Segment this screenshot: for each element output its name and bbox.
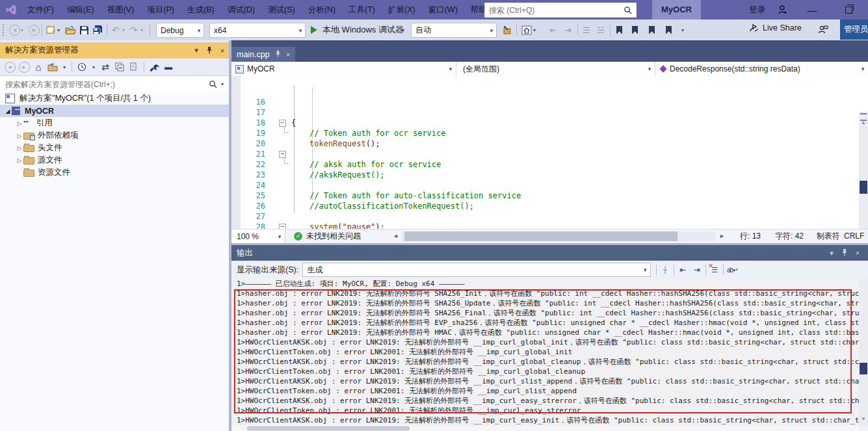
minimize-button[interactable]: —	[801, 0, 823, 20]
code-line[interactable]: 18 − tokenRequest();	[231, 97, 868, 107]
nav-scope-dropdown[interactable]: (全局范围)▾	[456, 62, 655, 76]
home-icon[interactable]: ⌂	[33, 61, 44, 73]
code-line[interactable]: 28 − }	[231, 201, 868, 211]
start-debugging-button[interactable]: 本地 Windows 调试器	[322, 23, 404, 36]
expander-collapsed-icon[interactable]: ▷	[16, 133, 23, 139]
solution-scope-dropdown[interactable]: ▾	[533, 23, 536, 36]
live-share-button[interactable]: Live Share	[749, 23, 802, 33]
code-line[interactable]: 17 − // Token auth for ocr service	[231, 86, 868, 97]
code-line[interactable]: 27 − return 0;	[231, 190, 868, 201]
code-line[interactable]: 16 − {	[231, 76, 868, 86]
tab-pin-icon[interactable]	[275, 50, 281, 59]
auto-dropdown[interactable]: 自动▾	[411, 23, 497, 38]
menu-item[interactable]: 窗口(W)	[422, 0, 464, 20]
scroll-right-icon[interactable]: ►	[719, 233, 725, 239]
document-health-indicator[interactable]: ✓ 未找到相关问题	[294, 229, 361, 243]
comment-icon[interactable]: ☰	[583, 23, 590, 36]
restore-button[interactable]	[837, 0, 860, 20]
undo-button[interactable]: ↶	[112, 23, 120, 36]
menu-item[interactable]: 测试(S)	[261, 0, 302, 20]
clear-bookmarks-button[interactable]	[666, 23, 672, 36]
next-message-icon[interactable]: ⇥	[690, 263, 704, 276]
switch-views-icon[interactable]	[47, 61, 59, 73]
tree-item[interactable]: ▷ 引用	[0, 117, 229, 129]
scroll-up-icon[interactable]: ▲	[859, 120, 868, 125]
outline-collapse-box[interactable]: −	[279, 151, 286, 158]
next-bookmark-button[interactable]	[649, 23, 655, 36]
scrollbar-thumb[interactable]	[860, 181, 867, 194]
uncomment-icon[interactable]: ☱	[597, 23, 605, 36]
collapse-all-icon[interactable]	[114, 61, 125, 73]
indent-decrease-icon[interactable]: ⇤	[549, 23, 557, 36]
scrollbar-thumb[interactable]	[404, 231, 677, 241]
expander-expanded-icon[interactable]: ◢	[4, 108, 12, 114]
code-line[interactable]: 22 −	[231, 138, 868, 149]
admin-badge[interactable]: 管理员	[840, 20, 868, 40]
indent-increase-icon[interactable]: ⇥	[564, 23, 572, 36]
expander-collapsed-icon[interactable]: ▷	[16, 157, 23, 164]
attach-to-process-icon[interactable]	[502, 23, 512, 36]
output-header[interactable]: 输出 ▾ ×	[231, 245, 868, 261]
previous-message-icon[interactable]: ⇤	[676, 263, 690, 276]
menu-item[interactable]: 生成(B)	[181, 0, 221, 20]
solution-scope-icon[interactable]	[521, 23, 532, 36]
menu-item[interactable]: 文件(F)	[21, 0, 60, 20]
show-all-files-icon[interactable]	[128, 61, 140, 73]
code-line[interactable]: 21 − //akskRequest();	[231, 128, 868, 138]
previous-bookmark-button[interactable]	[632, 23, 638, 36]
tree-item-project[interactable]: ◢ MyOCR	[0, 105, 229, 117]
menu-item[interactable]: 项目(P)	[140, 0, 181, 20]
tree-item[interactable]: ▷ 源文件	[0, 154, 229, 166]
menu-item[interactable]: 扩展(X)	[382, 0, 422, 20]
nav-project-dropdown[interactable]: MyOCR▾	[231, 62, 456, 76]
pin-icon[interactable]	[203, 46, 216, 55]
feedback-icon[interactable]	[818, 23, 828, 36]
word-wrap-icon[interactable]: ab↵	[725, 263, 739, 276]
navigate-back-button[interactable]: ◄	[9, 23, 20, 36]
code-line[interactable]: 29 −	[231, 211, 868, 222]
solution-explorer-search-input[interactable]	[0, 80, 209, 89]
tree-item[interactable]: ▷ 头文件	[0, 142, 229, 154]
tab-close-icon[interactable]: ×	[286, 51, 290, 59]
new-project-dropdown[interactable]: ▾	[57, 23, 60, 36]
pending-changes-filter-icon[interactable]	[76, 61, 88, 73]
outline-collapse-box[interactable]: −	[279, 120, 286, 127]
menu-item[interactable]: 编辑(E)	[60, 0, 101, 20]
preview-selected-icon[interactable]: ▬	[163, 61, 174, 73]
window-position-dropdown-icon[interactable]: ▾	[190, 46, 203, 55]
menu-item[interactable]: 视图(V)	[101, 0, 141, 20]
solution-explorer-header[interactable]: 解决方案资源管理器 ▾ ×	[0, 42, 229, 59]
new-project-button[interactable]	[46, 23, 56, 36]
open-file-button[interactable]	[65, 23, 76, 36]
switch-views-dropdown[interactable]: ▾	[61, 61, 68, 73]
output-text-area[interactable]: 1>—————— 已启动生成: 项目: MyOCR, 配置: Debug x64…	[231, 279, 859, 426]
search-options-dropdown[interactable]: ▾	[221, 81, 229, 87]
scrollbar-thumb[interactable]	[247, 426, 410, 430]
close-icon[interactable]: ×	[216, 47, 229, 55]
code-editor[interactable]: 16 − { 17 − // Token auth for ocr servic…	[231, 76, 868, 229]
code-line[interactable]: 24 − //autoClassificationTokenRequest();	[231, 159, 868, 170]
undo-dropdown[interactable]: ▾	[122, 23, 125, 36]
tab-main-cpp[interactable]: main.cpp ×	[231, 47, 295, 62]
code-line[interactable]: 19 −	[231, 107, 868, 118]
properties-wrench-icon[interactable]	[148, 61, 160, 73]
toolbar-drag-handle[interactable]	[2, 23, 5, 36]
expander-collapsed-icon[interactable]: ▷	[16, 120, 23, 127]
zoom-dropdown[interactable]: 100 %▾	[231, 229, 285, 243]
solution-configuration-dropdown[interactable]: Debug▾	[156, 23, 204, 38]
se-back-icon[interactable]: ◄	[4, 61, 16, 73]
tree-item-solution[interactable]: 解决方案"MyOCR"(1 个项目/共 1 个)	[0, 92, 229, 105]
code-line[interactable]: 23 − // Token auth for auto-classificati…	[231, 149, 868, 159]
editor-horizontal-scrollbar[interactable]	[402, 231, 715, 241]
code-line[interactable]: 26 − system("pause");	[231, 180, 868, 190]
toggle-bookmark-button[interactable]	[616, 23, 622, 36]
nav-member-dropdown[interactable]: DecodeResponse(std::string resData)▾	[655, 62, 868, 76]
menu-item[interactable]: 调试(D)	[221, 0, 261, 20]
outline-collapse-box[interactable]: −	[279, 224, 286, 229]
pin-icon[interactable]	[838, 248, 851, 257]
se-forward-icon[interactable]: ►	[18, 61, 30, 73]
quick-search-box[interactable]	[484, 3, 637, 18]
filter-dropdown[interactable]: ▾	[90, 61, 97, 73]
output-horizontal-scrollbar[interactable]	[231, 426, 859, 431]
redo-button[interactable]: ↷	[130, 23, 138, 36]
